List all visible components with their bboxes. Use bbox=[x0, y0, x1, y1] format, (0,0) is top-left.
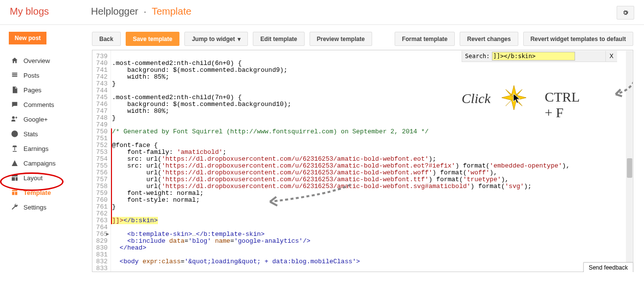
sidebar-item-settings[interactable]: Settings bbox=[9, 200, 83, 214]
wrench-icon bbox=[9, 203, 21, 211]
sidebar-item-label: Comments bbox=[23, 101, 54, 108]
breadcrumb: Helplogger · Template bbox=[91, 6, 617, 17]
code-content[interactable]: .most-commented2:nth-child(6n+0) { backg… bbox=[111, 50, 633, 272]
my-blogs-link[interactable]: My blogs bbox=[10, 6, 91, 17]
line-number-gutter: 7397407417427437447457467477487497507517… bbox=[92, 50, 111, 272]
scrollbar-thumb[interactable] bbox=[627, 158, 632, 178]
sidebar-item-campaigns[interactable]: Campaigns bbox=[9, 156, 83, 170]
sidebar-item-googleplus[interactable]: Google+ bbox=[9, 112, 83, 126]
sidebar-item-label: Google+ bbox=[23, 116, 48, 123]
send-feedback-button[interactable]: Send feedback bbox=[583, 262, 633, 272]
sidebar-item-label: Earnings bbox=[23, 145, 48, 152]
back-button[interactable]: Back bbox=[92, 32, 121, 46]
settings-gear-button[interactable] bbox=[617, 6, 634, 20]
search-input[interactable] bbox=[492, 52, 575, 61]
search-close-button[interactable]: X bbox=[605, 51, 617, 62]
sidebar-item-label: Posts bbox=[23, 72, 40, 79]
posts-icon bbox=[9, 71, 21, 79]
sidebar-item-posts[interactable]: Posts bbox=[9, 68, 83, 83]
editor-search-bar: Search: X bbox=[462, 51, 617, 62]
chevron-down-icon: ▾ bbox=[238, 36, 241, 42]
revert-widgets-button[interactable]: Revert widget templates to default bbox=[523, 32, 633, 46]
save-template-button[interactable]: Save template bbox=[126, 32, 180, 46]
sidebar-item-label: Stats bbox=[23, 130, 38, 138]
sidebar-item-label: Settings bbox=[23, 204, 46, 211]
sidebar-item-earnings[interactable]: Earnings bbox=[9, 141, 83, 156]
comments-icon bbox=[9, 101, 21, 108]
template-icon bbox=[9, 189, 21, 196]
home-icon bbox=[9, 57, 21, 64]
template-code-editor[interactable]: 7397407417427437447457467477487497507517… bbox=[92, 50, 633, 272]
earnings-icon bbox=[9, 145, 21, 152]
sidebar-item-label: Overview bbox=[23, 57, 50, 64]
new-post-button[interactable]: New post bbox=[9, 32, 46, 44]
preview-template-button[interactable]: Preview template bbox=[310, 32, 372, 46]
campaigns-icon bbox=[9, 159, 21, 167]
search-label: Search: bbox=[462, 53, 492, 60]
editor-scrollbar[interactable] bbox=[626, 51, 632, 272]
sidebar-item-layout[interactable]: Layout bbox=[9, 170, 83, 185]
sidebar-item-label: Pages bbox=[23, 86, 42, 94]
sidebar-item-label: Campaigns bbox=[23, 160, 56, 167]
revert-changes-button[interactable]: Revert changes bbox=[460, 32, 518, 46]
sidebar-item-overview[interactable]: Overview bbox=[9, 53, 83, 68]
sidebar-item-pages[interactable]: Pages bbox=[9, 83, 83, 97]
format-template-button[interactable]: Format template bbox=[395, 32, 455, 46]
sidebar-item-comments[interactable]: Comments bbox=[9, 97, 83, 112]
sidebar-item-stats[interactable]: Stats bbox=[9, 126, 83, 141]
jump-to-widget-dropdown[interactable]: Jump to widget ▾ bbox=[184, 32, 248, 46]
blog-name[interactable]: Helplogger bbox=[91, 6, 138, 17]
layout-icon bbox=[9, 174, 21, 182]
sidebar-item-label: Layout bbox=[23, 174, 43, 182]
pages-icon bbox=[9, 86, 21, 94]
edit-template-button[interactable]: Edit template bbox=[253, 32, 304, 46]
stats-icon bbox=[9, 130, 21, 138]
sidebar-item-template[interactable]: Template bbox=[9, 185, 83, 200]
googleplus-icon bbox=[9, 115, 21, 123]
gear-icon bbox=[622, 9, 629, 17]
sidebar-item-label: Template bbox=[23, 189, 51, 196]
section-title: Template bbox=[152, 6, 191, 17]
